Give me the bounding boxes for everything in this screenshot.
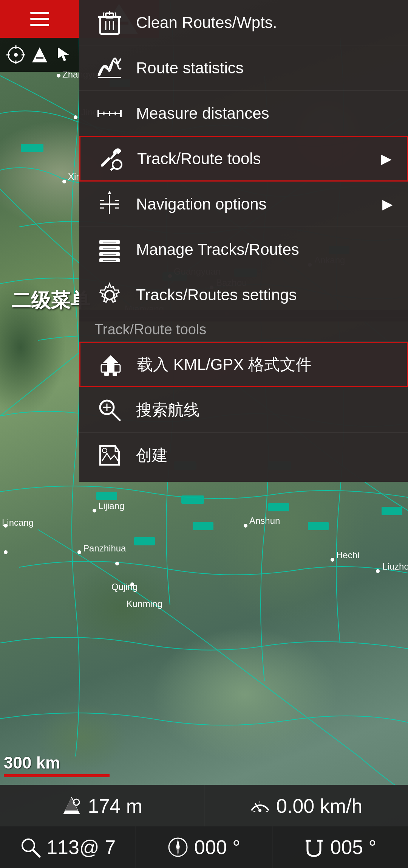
svg-text:Lijiang: Lijiang [98, 501, 124, 511]
status-cell-elevation: 174 m [0, 785, 204, 826]
menu-label-track-route-tools: Track/Route tools [137, 150, 377, 168]
svg-text:Hechi: Hechi [336, 550, 359, 560]
gps-button[interactable] [5, 43, 27, 66]
menu-item-manage-tracks[interactable]: Manage Tracks/Routes [79, 227, 408, 272]
load-file-icon [96, 349, 126, 380]
svg-text:Liuzhou: Liuzhou [382, 561, 408, 571]
svg-point-34 [130, 582, 134, 586]
svg-rect-13 [382, 507, 402, 515]
map-toolbar [0, 38, 79, 72]
search-icon [20, 837, 41, 858]
svg-point-16 [74, 115, 77, 119]
measure-icon [94, 98, 125, 129]
svg-line-61 [103, 12, 104, 16]
svg-rect-12 [308, 522, 329, 530]
mountain-icon [61, 795, 82, 816]
main-menu: Clean Routes/Wpts. Route statistics [79, 0, 408, 321]
svg-rect-9 [134, 537, 155, 545]
svg-rect-54 [36, 57, 43, 59]
statistics-icon [94, 53, 125, 83]
settings-icon [94, 280, 125, 310]
secondary-label: 二级菜单 [11, 287, 90, 314]
menu-item-clean-routes[interactable]: Clean Routes/Wpts. [79, 0, 408, 45]
svg-point-48 [14, 53, 18, 57]
track-route-tools-arrow: ▶ [381, 151, 392, 167]
hamburger-button[interactable] [0, 0, 79, 38]
svg-text:Anshun: Anshun [249, 516, 280, 526]
svg-line-73 [111, 167, 114, 170]
manage-icon [94, 234, 125, 265]
scale-label: 300 km [4, 753, 60, 772]
bearing-value: 000 ° [194, 836, 240, 859]
svg-text:Kunming: Kunming [127, 599, 162, 609]
svg-point-18 [62, 180, 66, 183]
svg-line-108 [33, 850, 40, 857]
magnet-icon [304, 837, 325, 858]
sub-menu-item-create[interactable]: 创建 [79, 433, 408, 478]
menu-item-route-statistics[interactable]: Route statistics [79, 45, 408, 91]
speedometer-icon [250, 795, 270, 816]
elevation-value: 174 m [88, 795, 142, 817]
menu-label-route-statistics: Route statistics [136, 59, 393, 77]
compass-icon [168, 837, 189, 858]
svg-rect-6 [181, 495, 204, 504]
speed-value: 0.00 km/h [276, 795, 362, 817]
menu-label-manage-tracks: Manage Tracks/Routes [136, 241, 393, 259]
svg-point-98 [102, 448, 107, 453]
svg-point-14 [57, 74, 60, 78]
bottom-bar: 174 m 0.00 km/h 113@ 7 [0, 785, 408, 868]
navigation-options-arrow: ▶ [382, 196, 393, 212]
menu-label-clean-routes: Clean Routes/Wpts. [136, 14, 393, 32]
sub-menu-title: Track/Route tools [79, 310, 408, 342]
menu-label-tracks-settings: Tracks/Routes settings [136, 286, 393, 304]
svg-rect-10 [193, 522, 213, 530]
create-map-icon [94, 440, 125, 470]
svg-marker-80 [108, 191, 111, 194]
svg-point-44 [4, 550, 8, 554]
svg-point-38 [331, 558, 334, 562]
svg-rect-7 [96, 492, 117, 500]
menu-item-track-route-tools[interactable]: Track/Route tools ▶ [79, 136, 408, 182]
status-cell-speed: 0.00 km/h [204, 785, 408, 826]
pointer-button[interactable] [52, 43, 75, 66]
status-cell-declination: 005 ° [272, 826, 408, 868]
svg-point-28 [93, 509, 96, 512]
status-row-elevation-speed: 174 m 0.00 km/h [0, 785, 408, 826]
declination-value: 005 ° [330, 836, 376, 859]
svg-marker-53 [32, 47, 47, 62]
pointer-icon [54, 45, 73, 64]
menu-label-measure-distances: Measure distances [136, 104, 393, 123]
tools-icon [96, 144, 126, 174]
status-cell-location: 113@ 7 [0, 826, 136, 868]
scale-bar-container: 300 km [4, 753, 110, 777]
sub-menu-item-search-route[interactable]: 搜索航线 [79, 387, 408, 433]
scale-bar [4, 774, 110, 777]
menu-item-measure-distances[interactable]: Measure distances [79, 91, 408, 136]
status-row-navigation: 113@ 7 000 ° 005 ° [0, 826, 408, 868]
svg-rect-64 [98, 77, 121, 78]
road-button[interactable] [28, 43, 51, 66]
svg-line-95 [112, 413, 120, 420]
svg-text:Lincang: Lincang [2, 517, 34, 528]
navigation-icon [94, 189, 125, 219]
svg-point-32 [115, 562, 119, 565]
hamburger-icon [30, 12, 49, 26]
svg-point-89 [105, 290, 114, 300]
road-icon [30, 45, 49, 64]
sub-menu-label-create: 创建 [136, 445, 393, 466]
svg-point-36 [244, 524, 247, 528]
location-value: 113@ 7 [46, 836, 116, 859]
svg-marker-90 [103, 355, 118, 372]
svg-point-40 [376, 569, 380, 573]
sub-menu: Track/Route tools 载入 KML/GPX 格式文件 搜索航 [79, 310, 408, 482]
menu-item-navigation-options[interactable]: Navigation options ▶ [79, 182, 408, 227]
gps-icon [6, 45, 25, 64]
svg-point-112 [176, 846, 179, 849]
svg-point-30 [77, 550, 81, 554]
sub-menu-item-load-kml-gpx[interactable]: 载入 KML/GPX 格式文件 [79, 342, 408, 387]
sub-menu-label-load-kml-gpx: 载入 KML/GPX 格式文件 [137, 354, 392, 375]
svg-line-63 [115, 12, 116, 16]
search-route-icon [94, 395, 125, 425]
svg-rect-1 [21, 144, 43, 152]
svg-rect-11 [268, 503, 289, 511]
